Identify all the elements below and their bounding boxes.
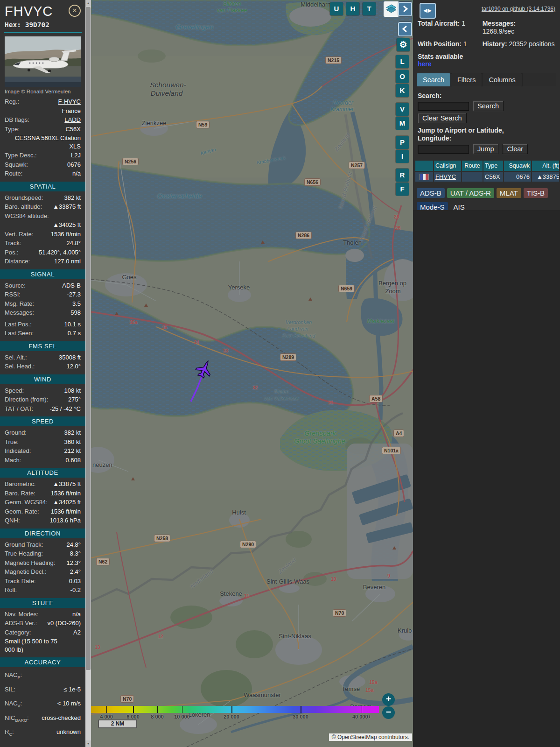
detail-row: Type Desc.:L2J <box>0 151 85 160</box>
map-label-zierikzee: Zierikzee <box>142 120 167 127</box>
detail-row: Type:C56X <box>0 125 85 134</box>
france-flag-icon <box>420 174 429 180</box>
row-alt: ▲33875 <box>532 172 559 182</box>
header-flag[interactable] <box>415 161 433 171</box>
map-button-h[interactable]: H <box>346 2 359 15</box>
map-label-grevelingen: Grevelingen <box>176 23 214 31</box>
aircraft-photo-art <box>5 36 81 87</box>
search-button[interactable]: Search <box>473 101 504 111</box>
map-label-beveren: Beveren <box>363 584 385 591</box>
osm-attribution[interactable]: © OpenStreetMap contributors. <box>329 733 412 741</box>
jump-input[interactable] <box>418 145 469 154</box>
altitude-colorbar <box>91 706 379 713</box>
detail-row: Reg.:F-HVYC <box>0 97 85 106</box>
scrollbar-thumb[interactable] <box>86 7 91 670</box>
github-link[interactable]: tar1090 on github (3.14.1736) <box>482 6 555 12</box>
aircraft-photo[interactable] <box>5 36 81 87</box>
hex-value: 39D702 <box>25 21 49 28</box>
map-scale-bar: 2 NM <box>98 719 137 728</box>
map-button-l[interactable]: L <box>396 55 409 68</box>
road-badge-n258: N258 <box>154 535 170 542</box>
scroll-up-icon[interactable]: ▲ <box>85 0 91 7</box>
section-header-altitude: ALTITUDE <box>0 468 85 478</box>
tab-columns[interactable]: Columns <box>483 73 521 86</box>
section-header-fms: FMS SEL <box>0 341 85 351</box>
search-input[interactable] <box>418 102 469 111</box>
map-button-o[interactable]: O <box>396 70 409 83</box>
legend-tisb: TIS-B <box>524 188 548 198</box>
aircraft-detail-panel: FHVYC ✕ Hex: 39D702 <box>0 0 85 747</box>
hide-sidebar-button[interactable] <box>398 2 412 16</box>
left-panel-scrollbar[interactable]: ▲ ▼ <box>85 0 91 747</box>
chevron-left-icon <box>402 26 408 32</box>
map-label-sint-gillis-waas: Sint-Gillis-Waas <box>266 578 309 585</box>
map-button-i[interactable]: I <box>396 150 409 163</box>
road-badge-n101a: N101a <box>382 447 401 454</box>
panel-width-toggle-button[interactable]: ◀▶ <box>420 3 436 19</box>
hex-label: Hex: <box>5 21 21 28</box>
legend-mlat: MLAT <box>497 188 521 198</box>
map-label-stekene: Stekene <box>220 590 242 597</box>
map-button-k[interactable]: K <box>396 84 409 97</box>
show-sidebar-button[interactable] <box>398 22 412 36</box>
road-badge-n215: N215 <box>325 56 342 64</box>
map-label-kruibeke: Kruib <box>398 627 412 634</box>
map-label-waasmunster: Waasmunster <box>244 691 281 698</box>
zoom-out-button[interactable]: − <box>382 706 395 719</box>
photo-credit: Image © Ronald Vermeulen <box>0 88 85 97</box>
flag-cell <box>415 172 433 182</box>
clear-jump-button[interactable]: Clear <box>502 144 528 154</box>
jump-button[interactable]: Jump <box>473 144 498 154</box>
header-type[interactable]: Type <box>483 161 503 171</box>
messages-rate: Messages:1268.9/sec <box>483 20 555 35</box>
map-area[interactable]: Middelharnis Grevelingen Slikken van Fla… <box>91 0 413 747</box>
map-canvas[interactable] <box>91 0 413 747</box>
table-row[interactable]: FHVYC C56X 0676 ▲33875 <box>415 172 559 182</box>
map-button-v[interactable]: V <box>396 103 409 116</box>
map-button-m[interactable]: M <box>396 117 409 130</box>
layers-button[interactable] <box>384 1 399 17</box>
map-label-sint-niklaas: Sint-Niklaas <box>279 633 311 640</box>
map-label-hulst: Hulst <box>232 509 246 516</box>
map-label-terneuzen: neuzen <box>92 461 112 468</box>
stats-here-link[interactable]: here <box>418 60 432 68</box>
map-button-t[interactable]: T <box>363 2 376 15</box>
road-badge-n290: N290 <box>240 541 256 548</box>
tab-search[interactable]: Search <box>417 73 450 86</box>
db-flags-link[interactable]: LADD <box>64 116 81 124</box>
country: France <box>62 107 81 115</box>
row-callsign-link[interactable]: FHVYC <box>435 173 456 180</box>
road-badge-n257: N257 <box>349 162 365 169</box>
scroll-down-icon[interactable]: ▼ <box>85 740 91 747</box>
detail-row: DB flags:LADD <box>0 115 85 125</box>
road-badge-n62: N62 <box>96 558 110 565</box>
map-button-r[interactable]: R <box>396 169 409 182</box>
header-squawk[interactable]: Squawk <box>504 161 531 171</box>
with-position: With Position: 1 <box>418 40 483 48</box>
tab-bar-filler <box>523 73 556 86</box>
search-label: Search: <box>418 92 555 99</box>
map-label-goes: Goes <box>122 274 136 281</box>
road-badge-n70: N70 <box>333 609 346 617</box>
row-label: Reg.: <box>5 98 19 106</box>
map-button-f[interactable]: F <box>396 183 409 196</box>
map-button-u[interactable]: U <box>330 2 343 15</box>
row-squawk: 0676 <box>504 172 531 182</box>
header-callsign[interactable]: Callsign <box>434 161 461 171</box>
gear-icon: ⚙ <box>399 40 407 49</box>
tab-filters[interactable]: Filters <box>451 73 482 86</box>
header-route[interactable]: Route <box>462 161 483 171</box>
road-badge-n70b: N70 <box>120 695 134 703</box>
header-alt[interactable]: Alt. (ft) <box>532 161 559 171</box>
close-icon[interactable]: ✕ <box>69 5 81 17</box>
clear-search-button[interactable]: Clear Search <box>418 113 467 123</box>
road-badge-a4: A4 <box>393 430 404 437</box>
map-button-p[interactable]: P <box>396 136 409 149</box>
settings-button[interactable]: ⚙ <box>397 38 410 51</box>
section-header-signal: SIGNAL <box>0 269 85 279</box>
registration-link[interactable]: F-HVYC <box>58 98 81 106</box>
divider <box>4 32 82 33</box>
zoom-in-button[interactable]: + <box>382 693 395 706</box>
road-badge-n256: N256 <box>122 158 139 165</box>
road-badge-n656: N656 <box>304 178 321 186</box>
